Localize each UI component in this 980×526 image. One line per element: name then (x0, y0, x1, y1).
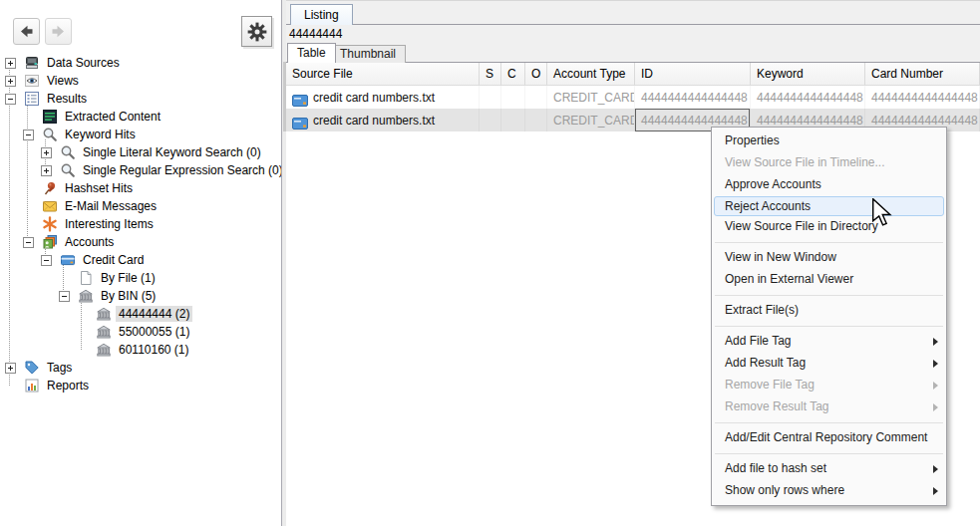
menu-item-view-source-file-in-directory[interactable]: View Source File in Directory (712, 216, 946, 238)
listing-address: 44444444 (286, 25, 980, 43)
menu-item-add-file-tag[interactable]: Add File Tag (712, 331, 946, 353)
cell-account-type[interactable]: CREDIT_CARD (547, 86, 635, 109)
menu-separator (712, 322, 946, 331)
collapse-icon[interactable] (5, 94, 16, 105)
column-header-c[interactable]: C (501, 63, 525, 85)
tree-item-60110160-1[interactable]: 60110160 (1) (0, 341, 281, 359)
bank-icon (96, 324, 112, 340)
menu-item-add-result-tag[interactable]: Add Result Tag (712, 353, 946, 375)
credit-card-file-icon (292, 92, 308, 104)
tree-item-by-file-1[interactable]: By File (1) (0, 269, 281, 287)
column-header-keyword[interactable]: Keyword (751, 63, 865, 85)
extracted-content-icon (42, 109, 58, 125)
cell-c[interactable] (501, 109, 525, 132)
menu-item-approve-accounts[interactable]: Approve Accounts (712, 174, 946, 196)
tree-item-label: 44444444 (2) (116, 306, 192, 322)
mail-icon (42, 198, 58, 214)
tree-item-label: Accounts (62, 234, 117, 250)
menu-item-add-edit-central-repository-comment[interactable]: Add/Edit Central Repository Comment (712, 427, 946, 449)
collapse-icon[interactable] (23, 130, 34, 140)
column-header-o[interactable]: O (525, 63, 547, 85)
tree-item-e-mail-messages[interactable]: E-Mail Messages (0, 197, 281, 215)
file-icon (78, 270, 94, 286)
expand-icon[interactable] (41, 147, 52, 158)
tree-item-55000055-1[interactable]: 55000055 (1) (0, 323, 281, 341)
menu-item-add-file-to-hash-set[interactable]: Add file to hash set (712, 458, 946, 480)
submenu-arrow-icon (933, 403, 938, 411)
expand-icon[interactable] (5, 363, 16, 374)
tree-item-hashset-hits[interactable]: Hashset Hits (0, 179, 281, 197)
tree-item-label: By File (1) (98, 270, 159, 286)
tree-item-tags[interactable]: Tags (0, 359, 281, 377)
menu-item-view-source-file-in-timeline[interactable]: View Source File in Timeline... (712, 152, 946, 174)
menu-item-properties[interactable]: Properties (712, 131, 946, 152)
column-header-account-type[interactable]: Account Type (547, 63, 635, 85)
view-tab-bar: Table Thumbnail (286, 43, 980, 63)
menu-item-extract-file-s[interactable]: Extract File(s) (712, 300, 946, 322)
tree-item-reports[interactable]: Reports (0, 377, 281, 394)
cell-card-number[interactable]: 4444444444444448 (865, 86, 980, 109)
tree-item-label: Reports (44, 378, 92, 394)
tree-item-accounts[interactable]: Accounts (0, 233, 281, 251)
credit-card-file-icon (292, 115, 308, 127)
cell-s[interactable] (480, 109, 501, 132)
tree-item-label: Extracted Content (62, 109, 163, 125)
tree-item-label: Hashset Hits (62, 180, 136, 196)
expand-icon[interactable] (5, 76, 16, 87)
column-header-source-file[interactable]: Source File (286, 63, 480, 85)
report-icon (24, 378, 40, 394)
cell-source-file[interactable]: credit card numbers.txt (286, 86, 480, 109)
cell-o[interactable] (525, 109, 547, 132)
tree-item-single-literal-keyword-search-0[interactable]: Single Literal Keyword Search (0) (0, 143, 281, 161)
tree-item-views[interactable]: Views (0, 72, 281, 90)
cell-account-type[interactable]: CREDIT_CARD (547, 109, 635, 132)
tab-listing[interactable]: Listing (290, 4, 353, 25)
tree-item-extracted-content[interactable]: Extracted Content (0, 108, 281, 126)
column-header-card-number[interactable]: Card Number (865, 63, 980, 85)
cell-c[interactable] (501, 86, 525, 109)
tree-item-by-bin-5[interactable]: By BIN (5) (0, 287, 281, 305)
collapse-icon[interactable] (59, 291, 70, 302)
results-tree: Data SourcesViewsResultsExtracted Conten… (0, 0, 281, 526)
cell-source-file[interactable]: credit card numbers.txt (286, 109, 480, 132)
menu-item-remove-result-tag[interactable]: Remove Result Tag (712, 396, 946, 418)
submenu-arrow-icon (933, 382, 938, 390)
tree-item-credit-card[interactable]: Credit Card (0, 251, 281, 269)
tree-item-label: 55000055 (1) (116, 324, 192, 340)
tree-item-data-sources[interactable]: Data Sources (0, 54, 281, 72)
menu-item-open-in-external-viewer[interactable]: Open in External Viewer (712, 269, 946, 291)
tree-item-keyword-hits[interactable]: Keyword Hits (0, 126, 281, 143)
data-sources-icon (24, 55, 40, 71)
cell-s[interactable] (480, 86, 501, 109)
collapse-icon[interactable] (41, 255, 52, 266)
menu-item-remove-file-tag[interactable]: Remove File Tag (712, 375, 946, 396)
tree-item-label: Keyword Hits (62, 127, 139, 142)
menu-item-reject-accounts[interactable]: Reject Accounts (714, 196, 944, 216)
tree-item-label: Single Regular Expression Search (0) (80, 162, 286, 178)
source-file-name: credit card numbers.txt (313, 110, 435, 132)
expand-icon[interactable] (5, 58, 16, 69)
search-icon (42, 127, 58, 142)
menu-item-show-only-rows-where[interactable]: Show only rows where (712, 480, 946, 502)
table-row[interactable]: credit card numbers.txtCREDIT_CARD444444… (286, 86, 980, 109)
submenu-arrow-icon (933, 465, 938, 473)
tree-item-label: Credit Card (80, 252, 147, 268)
menu-item-view-in-new-window[interactable]: View in New Window (712, 247, 946, 269)
accounts-icon (42, 234, 58, 250)
context-menu: PropertiesView Source File in Timeline..… (711, 127, 947, 506)
tree-item-label: E-Mail Messages (62, 198, 160, 214)
column-header-id[interactable]: ID (635, 63, 751, 85)
search-icon (60, 162, 76, 178)
tree-item-results[interactable]: Results (0, 90, 281, 108)
tab-thumbnail[interactable]: Thumbnail (330, 45, 406, 63)
collapse-icon[interactable] (23, 237, 34, 248)
cell-id[interactable]: 4444444444444448 (635, 86, 751, 109)
cell-keyword[interactable]: 4444444444444448 (751, 86, 865, 109)
tab-table[interactable]: Table (287, 43, 336, 63)
expand-icon[interactable] (41, 165, 52, 176)
tree-item-44444444-2[interactable]: 44444444 (2) (0, 305, 281, 323)
cell-o[interactable] (525, 86, 547, 109)
tree-item-single-regular-expression-search-0[interactable]: Single Regular Expression Search (0) (0, 161, 281, 179)
tree-item-interesting-items[interactable]: Interesting Items (0, 215, 281, 233)
column-header-s[interactable]: S (480, 63, 501, 85)
